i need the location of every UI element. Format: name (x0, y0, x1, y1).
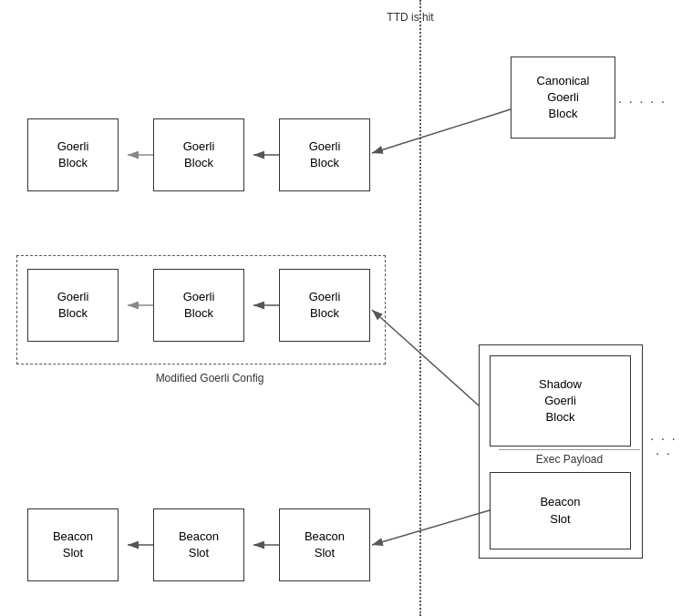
goerli-block-1a: GoerliBlock (27, 118, 119, 191)
ttd-label: TTD is hit (356, 11, 465, 24)
modified-config-container (16, 255, 386, 364)
shadow-goerli-block: ShadowGoerliBlock (490, 355, 631, 447)
beacon-slot-2: BeaconSlot (153, 508, 244, 581)
ttd-line (419, 0, 421, 616)
exec-payload-label: Exec Payload (499, 449, 640, 466)
beacon-slot-3: BeaconSlot (279, 508, 370, 581)
beacon-slot-1: BeaconSlot (27, 508, 119, 581)
diagram: TTD is hit GoerliBlock GoerliBlock Goerl… (0, 0, 682, 616)
beacon-slot-right: BeaconSlot (490, 472, 631, 549)
canonical-dots: . . . . . (618, 91, 666, 106)
svg-line-9 (372, 310, 479, 406)
svg-line-10 (372, 510, 490, 545)
canonical-goerli-block: CanonicalGoerliBlock (511, 56, 615, 139)
svg-line-8 (372, 109, 511, 153)
shadow-dots: . . . . . (646, 428, 682, 457)
modified-config-label: Modified Goerli Config (119, 372, 301, 385)
goerli-block-1b: GoerliBlock (153, 118, 244, 191)
goerli-block-1c: GoerliBlock (279, 118, 370, 191)
